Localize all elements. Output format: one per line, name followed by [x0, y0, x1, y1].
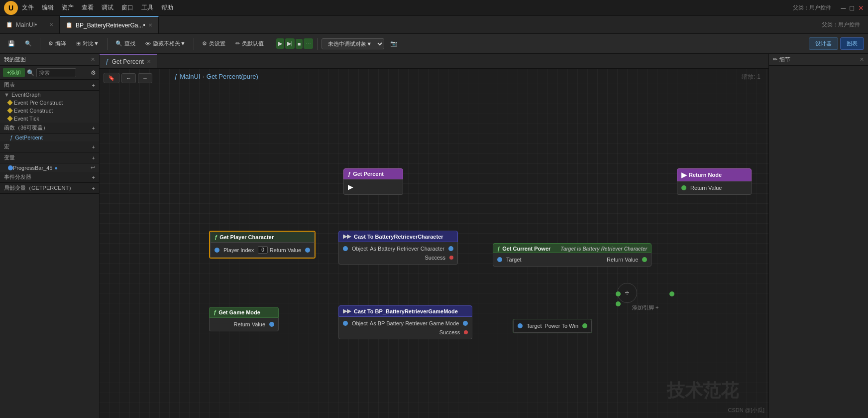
- gamemode-object-pin: [343, 321, 348, 326]
- eventgraph-item[interactable]: ▼ EventGraph: [0, 91, 99, 99]
- tab-battery[interactable]: 📋 BP_BatteryRetrieverGa...• ✕: [60, 16, 159, 33]
- menu-window[interactable]: 窗口: [121, 3, 133, 12]
- get-game-mode-body: Return Value: [209, 318, 279, 331]
- sidebar-close[interactable]: ✕: [91, 56, 95, 63]
- hide-button[interactable]: 👁 隐藏不相关▼: [141, 38, 190, 49]
- cast-gamemode-node[interactable]: ▶▶ Cast To BP_BatteryRetrieverGameMode O…: [338, 305, 472, 339]
- diff-button[interactable]: ⊞ 对比▼: [72, 38, 103, 49]
- event-tick[interactable]: Event Tick: [0, 115, 99, 123]
- expand-icon: ▼: [4, 92, 9, 98]
- get-current-power-body: Target Return Value: [493, 253, 651, 267]
- graph-tab-close[interactable]: ✕: [147, 59, 151, 64]
- return-node[interactable]: ▶ Return Node Return Value: [677, 168, 752, 195]
- section-graphs[interactable]: 图表 +: [0, 80, 99, 91]
- title-bar: U 文件 编辑 资产 查看 调试 窗口 工具 帮助 父类：用户控件 ─ □ ✕: [0, 0, 868, 16]
- right-panel-close[interactable]: ✕: [860, 56, 864, 63]
- tab-mainui-close[interactable]: ✕: [49, 22, 53, 27]
- minimize-button[interactable]: ─: [841, 4, 846, 12]
- menu-tools[interactable]: 工具: [141, 3, 153, 12]
- getpercent-function[interactable]: ƒ GetPercent: [0, 134, 99, 141]
- menu-edit[interactable]: 编辑: [42, 3, 54, 12]
- var-arrow[interactable]: ↩: [91, 164, 95, 171]
- get-player-character-node[interactable]: ƒ Get Player Character Player Index 0 Re…: [209, 231, 316, 259]
- divide-symbol: ÷: [625, 288, 630, 297]
- section-variables[interactable]: 变量 +: [0, 152, 99, 163]
- play-button[interactable]: ▶: [276, 38, 284, 49]
- menu-view[interactable]: 查看: [82, 3, 94, 12]
- add-variable-icon[interactable]: +: [92, 155, 95, 161]
- cast-gamemode-success-row: Success: [339, 328, 472, 337]
- as-gamemode-pin: [463, 321, 468, 326]
- get-current-power-node[interactable]: ƒ Get Current Power Target is Battery Re…: [493, 243, 651, 267]
- defaults-icon: ✏: [235, 40, 240, 47]
- section-functions[interactable]: 函数（36可覆盖） +: [0, 123, 99, 134]
- right-panel: ✏ 细节 ✕: [768, 54, 868, 418]
- add-script-button[interactable]: 添加引脚 +: [632, 304, 658, 311]
- section-dispatchers[interactable]: 事件分发器 +: [0, 172, 99, 183]
- local-vars-label: 局部变量（GETPERCENT）: [4, 184, 74, 192]
- graph-button[interactable]: 图表: [840, 37, 864, 50]
- compile-button[interactable]: ⚙ 编译: [44, 38, 70, 49]
- tab-battery-close[interactable]: ✕: [148, 22, 152, 28]
- progressbar-variable[interactable]: ProgressBar_45 ● ↩: [0, 163, 99, 172]
- add-local-var-icon[interactable]: +: [92, 185, 95, 191]
- add-function-icon[interactable]: +: [92, 125, 95, 131]
- designer-button[interactable]: 设计器: [809, 37, 838, 50]
- graph-tab-getpercent[interactable]: ƒ Get Percent ✕: [100, 54, 157, 68]
- find-button[interactable]: 🔍 查找: [111, 38, 139, 49]
- section-local-vars[interactable]: 局部变量（GETPERCENT） +: [0, 183, 99, 194]
- section-macros[interactable]: 宏 +: [0, 141, 99, 152]
- bookmark-button[interactable]: 🔖: [104, 73, 119, 83]
- maximize-button[interactable]: □: [850, 4, 854, 12]
- add-button[interactable]: +添加: [3, 68, 25, 77]
- cast-battery-node[interactable]: ▶▶ Cast To BatteryRetrieverCharacter Obj…: [338, 231, 458, 265]
- event-preconstruct[interactable]: Event Pre Construct: [0, 99, 99, 107]
- tab-mainui-label: MainUI•: [16, 21, 37, 28]
- divide-out: [669, 291, 674, 296]
- cast-battery-title: Cast To BatteryRetrieverCharacter: [354, 234, 443, 240]
- sep3: [194, 38, 194, 50]
- add-dispatcher-icon[interactable]: +: [92, 174, 95, 180]
- search-input[interactable]: [36, 68, 76, 77]
- cast-exec-in: ▶▶: [343, 233, 351, 240]
- cast-gamemode-object-row: Object As BP Battery Retriever Game Mode: [339, 319, 472, 328]
- gamemode-return-row: Return Value: [210, 320, 278, 329]
- breadcrumb-mainui[interactable]: MainUI: [180, 73, 200, 80]
- settings-gear-icon[interactable]: ⚙: [91, 69, 96, 76]
- class-settings-button[interactable]: ⚙ 类设置: [198, 38, 229, 49]
- menu-bar: 文件 编辑 资产 查看 调试 窗口 工具 帮助: [22, 3, 173, 12]
- hide-label: 隐藏不相关▼: [153, 40, 186, 47]
- menu-file[interactable]: 文件: [22, 3, 34, 12]
- find-label: 查找: [124, 40, 135, 47]
- debug-target-select[interactable]: 未选中调试对象▼: [322, 38, 384, 49]
- save-button[interactable]: 💾: [4, 38, 19, 49]
- get-game-mode-node[interactable]: ƒ Get Game Mode Return Value: [209, 307, 279, 331]
- target-pin: [497, 257, 502, 262]
- add-graph-icon[interactable]: +: [92, 82, 95, 88]
- power-target-label: Target: [527, 323, 542, 329]
- divide-in-top: [616, 291, 621, 296]
- power-to-win-node[interactable]: Target Power To Win: [513, 319, 592, 333]
- stop-button[interactable]: ■: [296, 39, 303, 49]
- success-pin: [449, 256, 453, 260]
- menu-debug[interactable]: 调试: [102, 3, 113, 12]
- debug-icon-button[interactable]: 📷: [386, 38, 401, 49]
- close-button[interactable]: ✕: [858, 4, 864, 12]
- forward-button[interactable]: →: [138, 73, 152, 83]
- menu-help[interactable]: 帮助: [161, 3, 173, 12]
- var-toggle[interactable]: ●: [55, 165, 58, 171]
- step-button[interactable]: ▶|: [285, 38, 295, 49]
- add-macro-icon[interactable]: +: [92, 144, 95, 150]
- menu-asset[interactable]: 资产: [62, 3, 74, 12]
- get-percent-node[interactable]: ƒ Get Percent ▶: [343, 168, 403, 195]
- class-defaults-button[interactable]: ✏ 类默认值: [231, 38, 268, 49]
- right-panel-header: ✏ 细节 ✕: [769, 54, 868, 66]
- save-icon: 💾: [8, 40, 15, 47]
- back-button[interactable]: ←: [121, 73, 136, 83]
- event-construct[interactable]: Event Construct: [0, 107, 99, 115]
- object-pin: [343, 246, 348, 251]
- browse-button[interactable]: 🔍: [21, 38, 36, 49]
- tab-mainui[interactable]: 📋 MainUI• ✕: [0, 16, 60, 33]
- graph-canvas[interactable]: ƒ Get Percent ✕ 🔖 ← → ƒ MainUI › Get Per…: [100, 54, 768, 418]
- more-play-button[interactable]: ⋯: [304, 38, 313, 49]
